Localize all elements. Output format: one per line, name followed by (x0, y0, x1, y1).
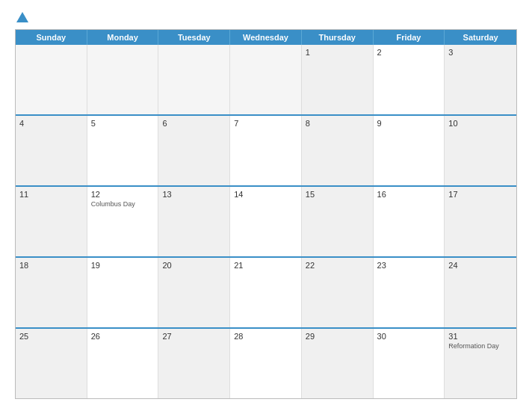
day-header-monday: Monday (87, 30, 159, 45)
week-row-4: 18192021222324 (16, 256, 516, 327)
day-cell: 11 (16, 187, 87, 256)
day-cell: 15 (302, 187, 374, 256)
week-row-5: 25262728293031Reformation Day (16, 327, 516, 398)
day-cell: 1 (302, 45, 374, 114)
day-number: 24 (448, 261, 513, 270)
day-cell: 26 (87, 329, 159, 398)
day-number: 29 (306, 332, 369, 341)
day-cell: 30 (374, 329, 445, 398)
day-cell: 10 (445, 116, 516, 185)
day-number: 12 (91, 190, 155, 199)
day-cell: 24 (445, 258, 516, 327)
day-number: 1 (306, 48, 369, 57)
day-cell: 29 (302, 329, 374, 398)
day-number: 19 (91, 261, 155, 270)
day-number: 22 (306, 261, 369, 270)
day-number: 23 (377, 261, 441, 270)
calendar-page: SundayMondayTuesdayWednesdayThursdayFrid… (0, 0, 532, 411)
day-number: 14 (234, 190, 297, 199)
day-number: 25 (19, 332, 83, 341)
day-number: 21 (234, 261, 297, 270)
calendar-grid: SundayMondayTuesdayWednesdayThursdayFrid… (15, 29, 517, 399)
day-number: 17 (448, 190, 513, 199)
day-cell: 6 (158, 116, 230, 185)
day-number: 7 (234, 119, 297, 128)
day-header-friday: Friday (374, 30, 445, 45)
day-cell: 3 (445, 45, 516, 114)
day-header-thursday: Thursday (302, 30, 374, 45)
day-cell (16, 45, 87, 114)
day-cell: 28 (230, 329, 302, 398)
weeks-container: 123456789101112Columbus Day1314151617181… (16, 45, 516, 398)
day-cell (158, 45, 230, 114)
header (15, 12, 517, 23)
day-cell: 12Columbus Day (87, 187, 159, 256)
day-header-tuesday: Tuesday (158, 30, 230, 45)
day-number: 18 (19, 261, 83, 270)
day-number: 15 (306, 190, 369, 199)
week-row-3: 1112Columbus Day1314151617 (16, 185, 516, 256)
day-cell: 2 (374, 45, 445, 114)
day-number: 20 (162, 261, 226, 270)
day-number: 2 (377, 48, 441, 57)
day-cell: 25 (16, 329, 87, 398)
week-row-1: 123 (16, 45, 516, 114)
day-number: 4 (19, 119, 83, 128)
day-number: 9 (377, 119, 441, 128)
day-cell: 7 (230, 116, 302, 185)
day-cell: 21 (230, 258, 302, 327)
day-header-saturday: Saturday (445, 30, 516, 45)
day-cell: 31Reformation Day (445, 329, 516, 398)
day-cell (87, 45, 159, 114)
day-cell: 4 (16, 116, 87, 185)
day-number: 26 (91, 332, 155, 341)
day-event-label: Columbus Day (91, 200, 155, 208)
day-cell: 13 (158, 187, 230, 256)
day-headers-row: SundayMondayTuesdayWednesdayThursdayFrid… (16, 30, 516, 45)
day-number: 10 (448, 119, 513, 128)
day-cell: 27 (158, 329, 230, 398)
day-number: 31 (448, 332, 513, 341)
day-number: 6 (162, 119, 226, 128)
day-number: 8 (306, 119, 369, 128)
day-number: 11 (19, 190, 83, 199)
day-cell: 22 (302, 258, 374, 327)
day-cell: 23 (374, 258, 445, 327)
day-cell: 8 (302, 116, 374, 185)
day-number: 27 (162, 332, 226, 341)
day-cell (230, 45, 302, 114)
day-cell: 18 (16, 258, 87, 327)
day-number: 3 (448, 48, 513, 57)
day-cell: 9 (374, 116, 445, 185)
day-header-sunday: Sunday (16, 30, 87, 45)
day-number: 28 (234, 332, 297, 341)
day-number: 5 (91, 119, 155, 128)
day-cell: 17 (445, 187, 516, 256)
week-row-2: 45678910 (16, 114, 516, 185)
day-number: 13 (162, 190, 226, 199)
day-cell: 20 (158, 258, 230, 327)
logo (15, 12, 28, 23)
logo-triangle-icon (16, 12, 28, 22)
day-number: 30 (377, 332, 441, 341)
day-cell: 16 (374, 187, 445, 256)
day-cell: 19 (87, 258, 159, 327)
day-cell: 5 (87, 116, 159, 185)
day-number: 16 (377, 190, 441, 199)
day-header-wednesday: Wednesday (230, 30, 302, 45)
day-cell: 14 (230, 187, 302, 256)
day-event-label: Reformation Day (448, 342, 513, 350)
